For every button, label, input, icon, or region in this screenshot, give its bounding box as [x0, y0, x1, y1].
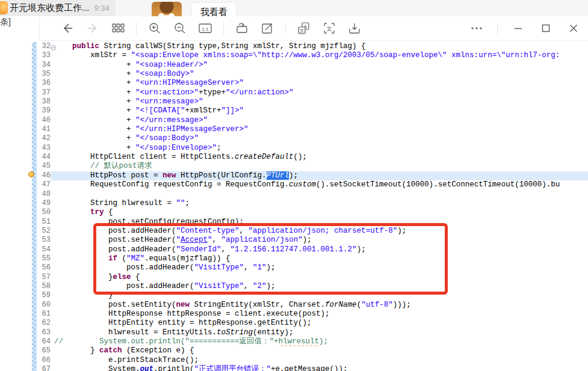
- line-number: 65: [37, 346, 51, 355]
- code-text: HttpClient client = HttpClients.createDe…: [51, 153, 588, 162]
- code-line: 50 try {: [37, 208, 588, 217]
- code-lines: 32 public String callWS(String type,Stri…: [37, 42, 588, 371]
- code-text: // 默认post请求: [51, 162, 588, 171]
- line-number: 63: [37, 328, 51, 337]
- viewer-toolbar: 1:1 A 文 文: [39, 16, 588, 41]
- code-line: 47 RequestConfig requestConfig = Request…: [37, 180, 588, 189]
- code-text: // System.out.println("===========返回值："+…: [51, 337, 588, 346]
- ocr-extract-text-button[interactable]: 文: [322, 21, 336, 35]
- chat-tab-title: 开元垠东收费工作...: [10, 2, 90, 14]
- code-line: 34 + "<soap:Header/>": [37, 61, 588, 70]
- code-text: + "</soap:Envelope>";: [51, 144, 588, 153]
- code-line: 65 } catch (Exception e) {: [37, 346, 588, 355]
- code-line: 33 xmlStr = "<soap:Envelope xmlns:soap=\…: [37, 51, 588, 60]
- zoom-in-button[interactable]: [147, 21, 162, 35]
- edit-icon: [261, 22, 274, 35]
- line-number: 33: [37, 51, 51, 60]
- line-number: 58: [37, 282, 51, 291]
- forward-button[interactable]: [85, 21, 100, 35]
- code-text: } catch (Exception e) {: [51, 346, 588, 355]
- chat-list-item-fragment[interactable]: 条]: [0, 17, 13, 28]
- chat-tab[interactable]: 开元垠东收费工作... 9:34: [0, 0, 116, 16]
- code-line: 32 public String callWS(String type,Stri…: [37, 42, 588, 51]
- close-icon: [568, 23, 579, 34]
- back-button[interactable]: [60, 21, 75, 35]
- line-number: 51: [37, 218, 51, 227]
- one-to-one-button[interactable]: 1:1: [198, 21, 212, 35]
- code-line: 48: [37, 190, 588, 199]
- close-button[interactable]: [566, 21, 581, 35]
- minimize-button[interactable]: [511, 21, 525, 35]
- code-text: post.setEntity(new StringEntity(xmlStr, …: [51, 301, 588, 310]
- code-text: hlwresult = EntityUtils.toString(entity)…: [51, 328, 588, 337]
- more-button[interactable]: [469, 21, 484, 35]
- line-number: 35: [37, 70, 51, 79]
- more-icon: [470, 22, 483, 35]
- line-number: 38: [37, 97, 51, 106]
- line-number: 50: [37, 208, 51, 217]
- code-text: try {: [51, 208, 588, 217]
- annotation-ruler: [32, 42, 37, 371]
- line-number: 55: [37, 254, 51, 263]
- code-line: 39 + "<![CDATA["+xmlStr+"]]>": [37, 106, 588, 115]
- rotate-icon: [235, 22, 249, 35]
- code-text: + "</soap:Body>": [51, 134, 588, 143]
- code-text: String hlwresult = "";: [51, 199, 588, 208]
- toolbar-divider: [223, 22, 224, 34]
- thumbnails-button[interactable]: [111, 21, 125, 35]
- line-number: 60: [37, 301, 51, 310]
- code-text: System.out.println("正式调用平台错误："+e.getMess…: [51, 365, 588, 371]
- code-line: 37 + "<urn:action>"+type+"</urn:action>": [37, 88, 588, 97]
- line-number: 49: [37, 199, 51, 208]
- code-line: 61 HttpResponse httpResponse = client.ex…: [37, 310, 588, 319]
- line-number: 43: [37, 144, 51, 153]
- svg-text:1:1: 1:1: [202, 26, 209, 32]
- code-line: 41 + "</urn:HIPMessageServer>": [37, 125, 588, 134]
- line-number: 34: [37, 61, 51, 70]
- line-number: 48: [37, 190, 51, 199]
- line-number: 37: [37, 88, 51, 97]
- svg-text:文: 文: [300, 28, 305, 34]
- toolbar-divider: [285, 22, 286, 34]
- code-line: 46 HttpPost post = new HttpPost(UrlConfi…: [37, 171, 588, 180]
- ocr-extract-text-icon: 文: [322, 21, 336, 35]
- line-number: 39: [37, 106, 51, 115]
- download-icon: [347, 21, 362, 35]
- code-text: RequestConfig requestConfig = RequestCon…: [51, 180, 588, 189]
- code-text: HttpResponse httpResponse = client.execu…: [51, 310, 588, 319]
- line-number: 45: [37, 162, 51, 171]
- translate-button[interactable]: A 文: [297, 21, 311, 35]
- zoom-out-icon: [173, 22, 187, 35]
- group-avatar-icon: [0, 1, 8, 14]
- code-text: + "<urn:HIPMessageServer>": [51, 79, 588, 88]
- line-number: 36: [37, 79, 51, 88]
- toolbar-divider: [136, 22, 137, 34]
- screen: 开元垠东收费工作... 9:34 我看看 条]联，现大师大益保路:阅SDN院童北…: [0, 0, 588, 371]
- zoom-in-icon: [148, 22, 161, 35]
- line-number: 67: [37, 365, 51, 371]
- code-line: 40 + "</urn:message>": [37, 116, 588, 125]
- maximize-button[interactable]: [539, 21, 553, 35]
- code-text: + "<soap:Body>": [51, 70, 588, 79]
- edit-button[interactable]: [260, 21, 274, 35]
- rotate-button[interactable]: [235, 21, 249, 35]
- code-text: [51, 190, 588, 199]
- maximize-icon: [540, 23, 551, 34]
- code-text: + "<![CDATA["+xmlStr+"]]>": [51, 106, 588, 115]
- line-number: 42: [37, 134, 51, 143]
- translate-icon: A 文: [297, 21, 311, 35]
- occurrence-marker-icon: [28, 171, 34, 177]
- code-line: 38 + "<urn:message>": [37, 97, 588, 106]
- code-line: 45 // 默认post请求: [37, 162, 588, 171]
- code-text: HttpEntity entity = httpResponse.getEnti…: [51, 319, 588, 328]
- code-text: + "</urn:HIPMessageServer>": [51, 125, 588, 134]
- line-number: 54: [37, 245, 51, 254]
- zoom-out-button[interactable]: [173, 21, 187, 35]
- code-line: 44 HttpClient client = HttpClients.creat…: [37, 153, 588, 162]
- line-number: 47: [37, 180, 51, 189]
- annotation-rectangle: [93, 223, 448, 295]
- code-line: 35 + "<soap:Body>": [37, 70, 588, 79]
- download-button[interactable]: [347, 21, 362, 35]
- line-number: 46: [37, 171, 51, 180]
- code-line: 42 + "</soap:Body>": [37, 134, 588, 143]
